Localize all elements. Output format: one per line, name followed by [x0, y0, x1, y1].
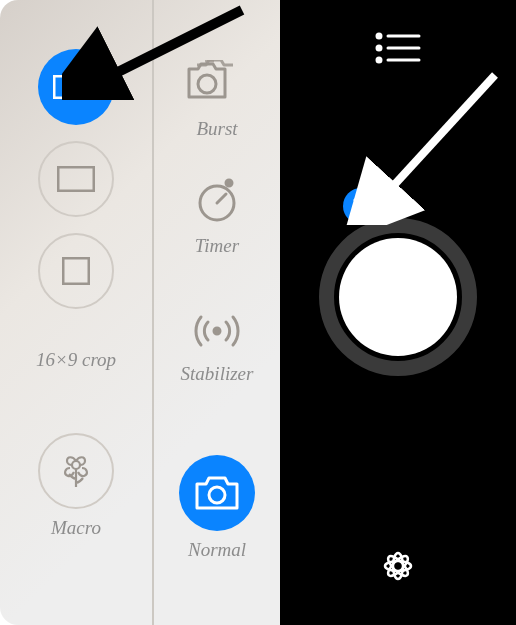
macro-label: Macro — [51, 517, 101, 539]
svg-point-7 — [214, 328, 220, 334]
burst-icon — [186, 60, 248, 106]
camera-icon — [195, 475, 239, 511]
stabilizer-label: Stabilizer — [181, 363, 254, 385]
shutter-button[interactable] — [339, 238, 457, 356]
aspect-standard-icon — [57, 166, 95, 192]
timer-label: Timer — [195, 235, 239, 257]
flower-gallery-icon — [373, 541, 423, 591]
camera-options-panel: 16×9 crop Macro — [0, 0, 280, 625]
close-icon — [353, 198, 369, 214]
svg-point-8 — [209, 487, 225, 503]
shutter-ring — [319, 218, 477, 376]
gallery-button[interactable] — [373, 541, 423, 595]
flower-icon — [55, 450, 97, 492]
normal-label: Normal — [188, 539, 246, 561]
aspect-standard-button[interactable] — [38, 141, 114, 217]
aspect-square-icon — [62, 257, 90, 285]
timer-button[interactable] — [193, 175, 241, 227]
macro-button[interactable] — [38, 433, 114, 509]
shutter-control — [319, 218, 477, 376]
svg-point-11 — [377, 46, 381, 50]
svg-point-13 — [377, 58, 381, 62]
svg-point-9 — [377, 34, 381, 38]
svg-rect-2 — [63, 258, 89, 284]
svg-rect-1 — [58, 167, 94, 191]
crop-label: 16×9 crop — [36, 349, 116, 371]
svg-point-3 — [72, 461, 80, 469]
normal-mode-button[interactable] — [179, 455, 255, 531]
list-icon — [375, 32, 421, 64]
burst-label: Burst — [196, 118, 237, 140]
stabilizer-icon — [188, 311, 246, 351]
aspect-square-button[interactable] — [38, 233, 114, 309]
aspect-wide-icon — [53, 75, 99, 99]
svg-point-6 — [226, 180, 232, 186]
aspect-wide-button[interactable] — [38, 49, 114, 125]
svg-point-4 — [198, 75, 216, 93]
burst-button[interactable] — [186, 60, 248, 110]
camera-viewfinder-panel — [280, 0, 516, 625]
svg-rect-0 — [54, 76, 98, 98]
timer-icon — [193, 175, 241, 223]
stabilizer-button[interactable] — [188, 311, 246, 355]
menu-button[interactable] — [375, 32, 421, 68]
